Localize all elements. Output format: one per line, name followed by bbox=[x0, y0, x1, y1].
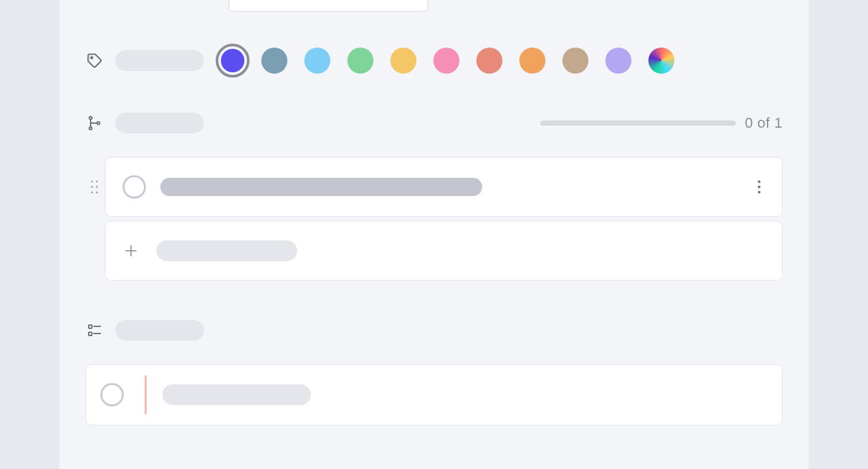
color-swatch-tan[interactable] bbox=[562, 48, 588, 74]
text-input[interactable] bbox=[229, 0, 428, 12]
color-swatch-pink[interactable] bbox=[433, 48, 459, 74]
linked-item-title-placeholder bbox=[162, 384, 311, 405]
svg-point-8 bbox=[91, 192, 93, 193]
color-swatch-rainbow[interactable] bbox=[648, 48, 674, 74]
subtasks-progress: 0 of 1 bbox=[540, 115, 783, 132]
color-section-label bbox=[115, 50, 204, 71]
add-subtask-label bbox=[156, 240, 297, 261]
linked-item-checkbox[interactable] bbox=[100, 383, 124, 406]
subtasks-section-header: 0 of 1 bbox=[85, 113, 783, 134]
svg-point-10 bbox=[758, 180, 760, 183]
subtask-item[interactable] bbox=[105, 157, 783, 217]
subtask-menu-button[interactable] bbox=[753, 175, 765, 199]
subtask-checkbox[interactable] bbox=[123, 175, 146, 199]
svg-point-0 bbox=[91, 57, 93, 59]
tag-icon bbox=[85, 51, 104, 70]
svg-rect-13 bbox=[89, 325, 92, 328]
progress-bar bbox=[540, 121, 736, 126]
overdue-indicator bbox=[145, 375, 147, 414]
svg-point-7 bbox=[96, 186, 98, 188]
progress-text: 0 of 1 bbox=[745, 115, 783, 132]
color-swatch-coral[interactable] bbox=[476, 48, 502, 74]
add-subtask-button[interactable] bbox=[105, 221, 783, 281]
color-swatch-row bbox=[221, 48, 674, 74]
color-swatch-sky-blue[interactable] bbox=[304, 48, 330, 74]
color-swatch-green[interactable] bbox=[347, 48, 373, 74]
color-swatch-lavender[interactable] bbox=[605, 48, 631, 74]
linked-item[interactable] bbox=[85, 364, 783, 425]
plus-icon bbox=[123, 242, 142, 259]
svg-point-11 bbox=[758, 186, 760, 188]
drag-handle-icon[interactable] bbox=[90, 179, 99, 195]
svg-point-5 bbox=[96, 180, 98, 182]
list-check-icon bbox=[85, 321, 104, 339]
svg-rect-14 bbox=[89, 332, 92, 335]
color-swatch-purple[interactable] bbox=[221, 49, 244, 72]
subtasks-section-label bbox=[115, 113, 204, 134]
color-swatch-steel-blue[interactable] bbox=[261, 48, 287, 74]
linked-section-header bbox=[85, 320, 783, 341]
editor-panel: 0 of 1 bbox=[59, 0, 809, 469]
color-swatch-yellow[interactable] bbox=[390, 48, 416, 74]
linked-section-label bbox=[115, 320, 204, 341]
svg-point-12 bbox=[758, 191, 760, 193]
title-input-area bbox=[229, 0, 783, 12]
svg-point-4 bbox=[91, 180, 93, 182]
svg-point-9 bbox=[96, 192, 98, 193]
subtask-title-placeholder[interactable] bbox=[160, 178, 482, 196]
svg-point-6 bbox=[91, 186, 93, 188]
color-section bbox=[85, 48, 783, 74]
color-swatch-orange[interactable] bbox=[519, 48, 545, 74]
subtasks-icon bbox=[85, 114, 104, 132]
